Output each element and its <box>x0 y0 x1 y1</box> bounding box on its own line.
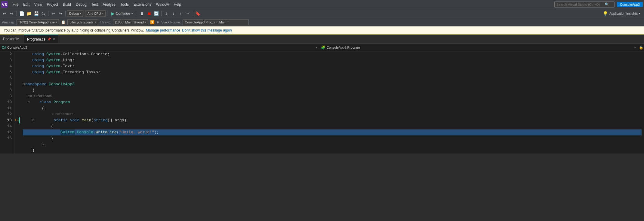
lock-button[interactable]: 🔒 <box>638 44 644 50</box>
ln-4: 4 <box>0 63 12 69</box>
undo-button[interactable]: ↩ <box>50 10 57 17</box>
code-line-9b: ⊟ class Program <box>23 99 642 105</box>
back-button[interactable]: ↩ <box>1 10 8 17</box>
gutter-2 <box>14 51 20 57</box>
notification-bar: You can improve 'Startup' performance by… <box>0 26 644 35</box>
menu-test[interactable]: Test <box>89 1 100 8</box>
debug-stop-button[interactable]: ⏹ <box>146 10 153 17</box>
menu-tools[interactable]: Tools <box>118 1 131 8</box>
platform-arrow-icon: ▾ <box>102 12 103 15</box>
fold-11-icon[interactable]: ⊟ <box>32 117 34 123</box>
fold-9b-icon[interactable]: ⊟ <box>28 99 29 105</box>
debug-restart-button[interactable]: 🔄 <box>153 10 160 17</box>
search-input[interactable] <box>556 3 605 6</box>
step-over-button[interactable]: ⤵ <box>163 10 170 17</box>
thread-label: Thread: <box>100 20 111 24</box>
toolbar1: ↩ ↪ 📄 📁 💾 🗂 ↩ ↪ Debug ▾ Any CPU ▾ ▶ Cont… <box>0 9 644 18</box>
stack-dropdown[interactable]: ConsoleApp3.Program.Main ▾ <box>183 19 249 25</box>
redo-button[interactable]: ↪ <box>57 10 64 17</box>
account-button[interactable]: ConsoleApp3 <box>617 2 643 7</box>
notification-message: You can improve 'Startup' performance by… <box>4 28 144 32</box>
code-line-15: } <box>23 141 642 147</box>
continue-arrow-icon: ▾ <box>131 12 133 15</box>
menu-help[interactable]: Help <box>171 1 183 8</box>
ln-3: 3 <box>0 57 12 63</box>
code-line-16: } <box>23 147 642 153</box>
ai-button[interactable]: 💡 Application Insights ▾ <box>600 11 643 17</box>
menu-project[interactable]: Project <box>45 1 60 8</box>
ln-16: 16 <box>0 135 12 141</box>
code-line-7: ⊟ namespace ConsoleApp3 <box>23 81 642 87</box>
ln-13: 13 <box>0 117 12 123</box>
code-line-11: ⊟ static void Main(string[] args) <box>23 117 642 123</box>
menu-bar: VS File Edit View Project Build Debug Te… <box>0 0 644 9</box>
continue-button[interactable]: ▶ Continue ▾ <box>109 10 135 17</box>
fold-9-icon[interactable]: ⊟ <box>28 93 29 99</box>
tab-program[interactable]: Program.cs 📌 ✕ <box>24 35 58 43</box>
step-out-button[interactable]: ↑ <box>177 10 184 17</box>
step-next-button[interactable]: → <box>185 10 191 17</box>
process-arrow-icon: ▾ <box>56 21 57 23</box>
process-dropdown[interactable]: [1032] ConsoleApp3.exe ▾ <box>17 19 59 25</box>
tab-dockerfile[interactable]: Dockerfile <box>0 35 24 43</box>
ln-14: 14 <box>0 123 12 129</box>
ai-label: Application Insights <box>609 12 638 15</box>
code-line-4: using System.Text; <box>23 63 642 69</box>
menu-file[interactable]: File <box>10 1 21 8</box>
menu-debug[interactable]: Debug <box>73 1 89 8</box>
forward-button[interactable]: ↪ <box>8 10 15 17</box>
platform-label: Any CPU <box>87 12 101 15</box>
ln-5: 5 <box>0 69 12 75</box>
ai-arrow-icon: ▾ <box>639 12 640 15</box>
bulb-icon: 💡 <box>603 11 608 16</box>
gutter-11 <box>14 105 20 111</box>
left-selector-arrow: ▾ <box>316 46 317 49</box>
manage-performance-link[interactable]: Manage performance <box>146 28 180 32</box>
code-line-12: { <box>23 123 642 129</box>
lifecycle-dropdown[interactable]: Lifecycle Events ▾ <box>67 19 98 25</box>
code-lines[interactable]: using System.Collections.Generic; using … <box>20 51 644 153</box>
right-selector-value: ConsoleApp3.Program <box>327 46 633 49</box>
menu-build[interactable]: Build <box>60 1 73 8</box>
new-file-button[interactable]: 📄 <box>18 10 25 17</box>
search-icon: 🔍 <box>605 2 609 7</box>
menu-analyze[interactable]: Analyze <box>100 1 118 8</box>
code-line-9: ⊟ 0 references <box>23 93 642 99</box>
gutter-4 <box>14 63 20 69</box>
pin-icon: 📌 <box>47 38 51 41</box>
step-into-button[interactable]: ↓ <box>170 10 177 17</box>
separator6 <box>161 11 162 16</box>
ln-9: 9 <box>0 93 12 99</box>
lifecycle-label: Lifecycle Events <box>69 20 93 24</box>
change-indicator <box>19 117 20 123</box>
search-box[interactable]: 🔍 <box>554 2 615 8</box>
process-value: [1032] ConsoleApp3.exe <box>19 20 55 24</box>
menu-view[interactable]: View <box>32 1 45 8</box>
code-line-2: using System.Collections.Generic; <box>23 51 642 57</box>
open-folder-button[interactable]: 📁 <box>26 10 32 17</box>
menu-extensions[interactable]: Extensions <box>131 1 154 8</box>
platform-dropdown[interactable]: Any CPU ▾ <box>85 10 105 17</box>
filter-icon: 🔽 <box>150 20 155 24</box>
right-file-selector[interactable]: 🧩 ConsoleApp3.Program ▾ <box>319 45 638 50</box>
thread-dropdown[interactable]: [1056] Main Thread ▾ <box>113 19 148 25</box>
thread-value: [1056] Main Thread <box>115 20 144 24</box>
dont-show-link[interactable]: Don't show this message again <box>182 28 232 32</box>
config-dropdown[interactable]: Debug ▾ <box>67 10 83 17</box>
code-line-8: { <box>23 87 642 93</box>
separator7 <box>193 11 193 16</box>
bookmark-button[interactable]: 🔖 <box>195 10 201 17</box>
save-button[interactable]: 💾 <box>33 10 39 17</box>
fold-7-icon[interactable]: ⊟ <box>23 81 25 87</box>
code-line-14: } <box>23 135 642 141</box>
code-line-13: System.Console.WriteLine("Hello, world!"… <box>23 129 642 135</box>
close-tab-icon[interactable]: ✕ <box>53 38 55 41</box>
menu-edit[interactable]: Edit <box>21 1 32 8</box>
menu-window[interactable]: Window <box>154 1 171 8</box>
debug-step-button[interactable]: ⏸ <box>139 10 145 17</box>
tab-dockerfile-label: Dockerfile <box>3 37 19 41</box>
ln-8: 8 <box>0 87 12 93</box>
gutter-8 <box>14 87 20 93</box>
save-all-button[interactable]: 🗂 <box>40 10 47 17</box>
left-file-selector[interactable]: C# ConsoleApp3 ▾ <box>0 46 319 49</box>
